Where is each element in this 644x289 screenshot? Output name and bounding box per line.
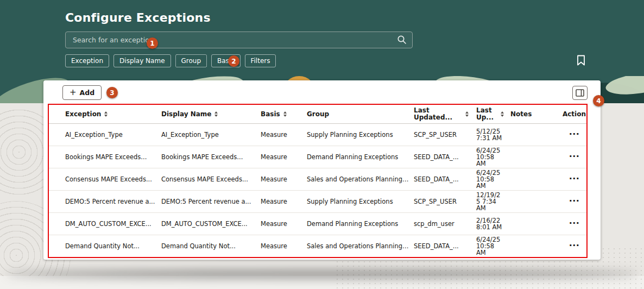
cell-exception: Consensus MAPE Exceeds... [49, 175, 161, 183]
cell-action: ··· [562, 175, 586, 183]
cell-action: ··· [562, 220, 586, 228]
cell-last_updated: 6/24/25 10:58 AM [476, 169, 510, 189]
cell-last_updated: 2/16/22 8:01 AM [476, 217, 510, 230]
cell-last_updated_by: scp_dm_user [414, 220, 476, 228]
filter-chip-filters[interactable]: Filters [245, 54, 276, 67]
column-header-exception[interactable]: Exception [49, 111, 161, 118]
column-label: Exception [65, 111, 101, 118]
column-label: Display Name [161, 111, 211, 118]
exceptions-table: ExceptionDisplay NameBasisGroupLast Upda… [48, 104, 588, 258]
exceptions-panel: + Add ExceptionDisplay NameBasisGroupLas… [43, 80, 601, 260]
cell-display_name: DM_AUTO_CUSTOM_EXCE... [161, 220, 261, 228]
cell-last_updated: 6/24/25 10:58 AM [476, 147, 510, 167]
column-header-basis[interactable]: Basis [261, 111, 307, 118]
table-body: AI_Exception_TypeAI_Exception_TypeMeasur… [49, 124, 586, 257]
cell-display_name: AI_Exception_Type [161, 131, 261, 139]
add-button-label: Add [80, 89, 95, 97]
filter-chip-list: ExceptionDisplay NameGroupBasisFilters [65, 54, 276, 67]
cell-last_updated: 12/19/25 7:34 AM [476, 192, 510, 211]
bookmark-icon[interactable] [574, 54, 588, 67]
column-label: Notes [510, 111, 532, 118]
sort-icon[interactable] [283, 111, 287, 117]
cell-exception: AI_Exception_Type [49, 131, 161, 139]
cell-last_updated_by: SCP_SP_USER [414, 198, 476, 205]
filter-chip-group[interactable]: Group [175, 54, 207, 67]
cell-action: ··· [562, 153, 586, 161]
search-input[interactable] [65, 32, 413, 48]
cell-exception: Demand Quantity Not... [49, 242, 161, 250]
app-window: Configure Exceptions ExceptionDisplay Na… [0, 0, 644, 289]
cell-group: Supply Planning Exceptions [307, 131, 414, 139]
cell-group: Sales and Operations Planning Excep [307, 242, 414, 250]
cell-display_name: Demand Quantity Not... [161, 242, 261, 250]
column-header-last_updated[interactable]: Last Up... [476, 107, 510, 121]
column-label: Group [307, 111, 329, 118]
column-label: Action [563, 111, 586, 118]
table-header-row: ExceptionDisplay NameBasisGroupLast Upda… [49, 105, 586, 124]
split-panel-icon [576, 89, 584, 97]
filter-chip-exception[interactable]: Exception [65, 54, 109, 67]
cell-display_name: Bookings MAPE Exceeds... [161, 153, 261, 161]
cell-exception: DM_AUTO_CUSTOM_EXCE... [49, 220, 161, 228]
cell-last_updated: 6/24/25 10:58 AM [476, 236, 510, 256]
annotation-badge-2: 2 [228, 55, 239, 67]
cell-group: Demand Planning Exceptions [307, 220, 414, 228]
cell-last_updated_by: SEED_DATA_... [414, 153, 476, 161]
search-bar [65, 32, 413, 48]
cell-action: ··· [562, 198, 586, 205]
table-row[interactable]: Consensus MAPE Exceeds...Consensus MAPE … [49, 168, 586, 191]
row-actions-button[interactable]: ··· [569, 199, 580, 203]
layout-toggle-button[interactable] [572, 86, 588, 100]
sort-icon[interactable] [501, 111, 504, 117]
search-icon[interactable] [397, 35, 407, 45]
column-label: Last Up... [476, 107, 497, 121]
annotation-badge-4: 4 [593, 95, 604, 106]
cell-group: Sales and Operations Planning Excep [307, 175, 414, 183]
column-header-last_updated_by[interactable]: Last Updated... [414, 107, 476, 121]
column-header-action: Action [562, 111, 586, 118]
sort-icon[interactable] [465, 111, 469, 117]
row-actions-button[interactable]: ··· [569, 221, 580, 225]
cell-display_name: Consensus MAPE Exceeds... [161, 175, 261, 183]
annotation-badge-1: 1 [147, 37, 158, 49]
sort-icon[interactable] [214, 111, 218, 117]
row-actions-button[interactable]: ··· [569, 132, 580, 136]
column-header-notes: Notes [510, 111, 562, 118]
cell-basis: Measure [261, 131, 307, 139]
cell-group: Supply Planning Exceptions [307, 198, 414, 205]
cell-basis: Measure [261, 198, 307, 205]
sort-icon[interactable] [104, 111, 108, 117]
cell-basis: Measure [261, 153, 307, 161]
table-row[interactable]: DM_AUTO_CUSTOM_EXCE...DM_AUTO_CUSTOM_EXC… [49, 213, 586, 235]
table-row[interactable]: Bookings MAPE Exceeds...Bookings MAPE Ex… [49, 146, 586, 168]
cell-exception: Bookings MAPE Exceeds... [49, 153, 161, 161]
cell-last_updated_by: SEED_DATA_... [414, 242, 476, 250]
cell-basis: Measure [261, 220, 307, 228]
table-row[interactable]: Demand Quantity Not...Demand Quantity No… [49, 235, 586, 257]
cell-last_updated: 5/12/25 7:31 AM [476, 128, 510, 141]
table-row[interactable]: AI_Exception_TypeAI_Exception_TypeMeasur… [49, 124, 586, 146]
cell-last_updated_by: SEED_DATA_... [414, 175, 476, 183]
annotation-badge-3: 3 [106, 87, 118, 98]
table-row[interactable]: DEMO:5 Percent revenue a...DEMO:5 Percen… [49, 191, 586, 213]
column-header-display_name[interactable]: Display Name [161, 111, 261, 118]
panel-toolbar: + Add [43, 80, 601, 104]
cell-last_updated_by: SCP_SP_USER [414, 131, 476, 139]
row-actions-button[interactable]: ··· [569, 177, 580, 181]
cell-basis: Measure [261, 175, 307, 183]
row-actions-button[interactable]: ··· [569, 154, 580, 159]
plus-icon: + [70, 89, 77, 97]
cell-action: ··· [562, 242, 586, 250]
add-button[interactable]: + Add [62, 85, 102, 100]
cell-exception: DEMO:5 Percent revenue a... [49, 198, 161, 205]
column-label: Basis [261, 111, 280, 118]
filter-chip-display-name[interactable]: Display Name [113, 54, 171, 67]
window-drop-shadow [5, 270, 639, 278]
column-label: Last Updated... [414, 107, 462, 121]
row-actions-button[interactable]: ··· [569, 243, 580, 248]
cell-action: ··· [562, 131, 586, 139]
page-title: Configure Exceptions [65, 11, 211, 24]
cell-basis: Measure [261, 242, 307, 250]
column-header-group: Group [307, 111, 414, 118]
cell-display_name: DEMO:5 Percent revenue a... [161, 198, 261, 205]
